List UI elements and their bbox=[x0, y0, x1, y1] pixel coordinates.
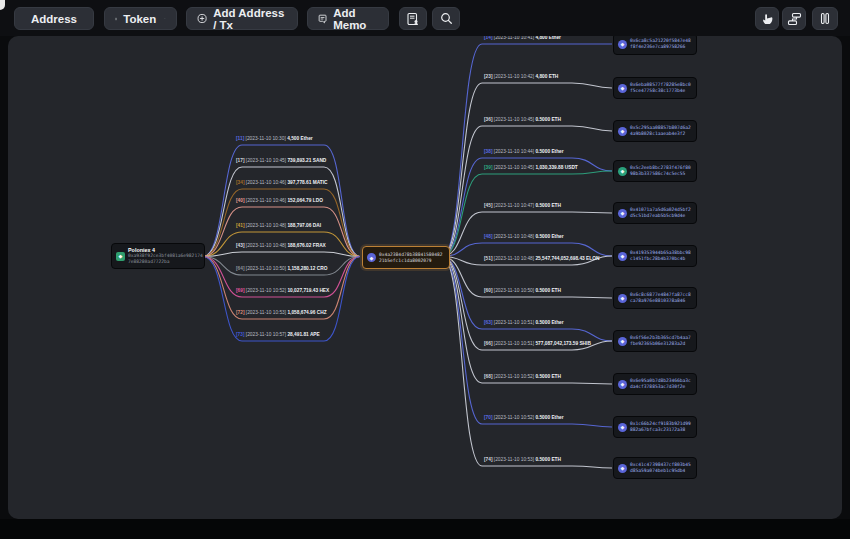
edge-label[interactable]: [73] [2023-11-10 10:57] 28,491.81 APE bbox=[236, 333, 320, 338]
edge-label[interactable]: [43] [2023-11-10 10:48] 188,676.02 FRAX bbox=[236, 244, 326, 249]
destination-node-address: 0x6ca8c5a21220f5847e48f8f4e236e7ca897582… bbox=[630, 38, 692, 50]
auto-layout-icon bbox=[787, 12, 802, 26]
toolbar: Address Token Add Address / T bbox=[0, 0, 850, 36]
memo-icon bbox=[318, 13, 327, 25]
destination-node-address: 0x6c8c6877e4847fa87cc8ca78a976e8810378a8… bbox=[630, 292, 692, 304]
bottom-bar bbox=[0, 519, 850, 539]
destination-node-address: 0x6f56e2b3b365cd7b4aa7fbe92365b06e31283a… bbox=[630, 335, 692, 347]
eth-icon: ◆ bbox=[618, 252, 627, 261]
edge-label[interactable]: [51] [2023-11-10 10:48] 25,547,744,052,6… bbox=[484, 257, 599, 262]
edge-label[interactable]: [74] [2023-11-10 10:53] 0.5000 ETH bbox=[484, 458, 561, 463]
address-filter-button[interactable]: Address bbox=[14, 7, 94, 30]
edge-label[interactable]: [72] [2023-11-10 10:53] 1,058,674.96 CHZ bbox=[236, 311, 327, 316]
hand-icon bbox=[761, 12, 774, 25]
destination-node-address: 0x5c2eeb8bc2783f476f8098b3b337586c74c5ec… bbox=[630, 165, 692, 177]
eth-icon: ◆ bbox=[618, 294, 627, 303]
edge-label[interactable]: [40] [2023-11-10 10:46] 152,064.79 LDO bbox=[236, 199, 323, 204]
chevron-down-icon bbox=[164, 14, 166, 23]
exchange-icon: ◆ bbox=[116, 252, 125, 261]
edge-label[interactable]: [23] [2023-11-10 10:42] 4,800 ETH bbox=[484, 75, 558, 80]
eth-icon: ◆ bbox=[618, 337, 627, 346]
edge-label[interactable]: [64] [2023-11-10 10:50] 1,158,280.12 CRO bbox=[236, 267, 327, 272]
eth-icon: ◆ bbox=[618, 209, 627, 218]
eth-icon: ◆ bbox=[618, 167, 627, 176]
edge-label[interactable]: [41] [2023-11-10 10:48] 188,797.06 DAI bbox=[236, 224, 321, 229]
graph-node-destination[interactable]: ◆0x6e95a0b7d8b23466ba3cda4cf378853ac7d30… bbox=[613, 373, 697, 395]
edge-label[interactable]: [69] [2023-11-10 10:52] 10,027,719.43 HE… bbox=[236, 289, 329, 294]
edge-label[interactable]: [60] [2023-11-10 10:50] 0.5000 ETH bbox=[484, 289, 561, 294]
center-node-address: 0x4a2384d78b3884158048221b5efc1c1da80020… bbox=[379, 252, 445, 264]
grid-icon bbox=[115, 13, 117, 25]
transfer-edge[interactable] bbox=[203, 252, 360, 257]
transfer-edge[interactable] bbox=[442, 257, 612, 351]
app-window: Address Token Add Address / T bbox=[0, 0, 850, 539]
pause-layout-button[interactable] bbox=[812, 7, 838, 30]
address-report-icon bbox=[406, 12, 420, 26]
edge-label[interactable]: [66] [2023-11-10 10:51] 577,087,042,173.… bbox=[484, 342, 591, 347]
graph-node-destination[interactable]: ◆0x6eba08577f78285e8bc0f5ce47758c38c1773… bbox=[613, 77, 697, 99]
graph-node-destination[interactable]: ◆0x6ca8c5a21220f5847e48f8f4e236e7ca89758… bbox=[613, 36, 697, 55]
edge-label[interactable]: [70] [2023-11-10 10:52] 0.5000 Ether bbox=[484, 416, 564, 421]
edge-layer bbox=[8, 36, 842, 519]
eth-icon: ◆ bbox=[618, 380, 627, 389]
edge-label[interactable]: [45] [2023-11-10 10:47] 0.5000 ETH bbox=[484, 204, 561, 209]
edge-label[interactable]: [14] [2023-11-10 10:41] 4,800 Ether bbox=[484, 36, 561, 41]
edge-label[interactable]: [63] [2023-11-10 10:51] 0.5000 Ether bbox=[484, 321, 564, 326]
window-corner-artifact bbox=[0, 0, 5, 10]
add-memo-label: Add Memo bbox=[333, 7, 378, 31]
address-filter-label: Address bbox=[31, 13, 77, 25]
graph-node-destination[interactable]: ◆0xc41c47398437cf803b45d85a59a074beb1c95… bbox=[613, 457, 697, 479]
graph-node-destination[interactable]: ◆0x5c2eeb8bc2783f476f8098b3b337586c74c5e… bbox=[613, 160, 697, 182]
graph-node-destination[interactable]: ◆0x6c8c6877e4847fa87cc8ca78a976e8810378a… bbox=[613, 287, 697, 309]
edge-label[interactable]: [11] [2023-11-10 10:30] 4,500 Ether bbox=[236, 137, 313, 142]
add-memo-button[interactable]: Add Memo bbox=[307, 7, 389, 30]
destination-node-address: 0x5c295aa08857b807d6a24a9b8028c1aaeab4e3… bbox=[630, 125, 692, 137]
graph-canvas[interactable]: [11] [2023-11-10 10:30] 4,500 Ether[17] … bbox=[8, 36, 842, 519]
graph-node-destination[interactable]: ◆0x6f56e2b3b365cd7b4aa7fbe92365b06e31283… bbox=[613, 330, 697, 352]
eth-icon: ◆ bbox=[618, 423, 627, 432]
graph-node-poloniex[interactable]: ◆ Poloniex 4 0xa938f92ce3bf4081a6e982174… bbox=[111, 243, 205, 269]
edge-label[interactable]: [17] [2023-11-10 10:45] 739,893.21 SAND bbox=[236, 159, 326, 164]
graph-node-destination[interactable]: ◆0x1c66b24cf9183b921d99882a67bfca3c23172… bbox=[613, 416, 697, 438]
token-filter-button[interactable]: Token bbox=[104, 7, 177, 30]
edge-label[interactable]: [68] [2023-11-10 10:52] 0.5000 ETH bbox=[484, 375, 561, 380]
edge-label[interactable]: [38] [2023-11-10 10:44] 0.5000 Ether bbox=[484, 150, 564, 155]
destination-node-address: 0x6eba08577f78285e8bc0f5ce47758c38c1773b… bbox=[630, 82, 692, 94]
transfer-edge[interactable] bbox=[442, 171, 612, 257]
edge-label[interactable]: [34] [2023-11-10 10:46] 397,778.61 MATIC bbox=[236, 181, 328, 186]
destination-node-address: 0xc41c47398437cf803b45d85a59a074beb1c95d… bbox=[630, 462, 692, 474]
edge-label[interactable]: [39] [2023-11-10 10:45] 1,030,339.88 USD… bbox=[484, 166, 578, 171]
graph-node-destination[interactable]: ◆0x419353944b65a38bbc98c1451fbc28b4b370b… bbox=[613, 245, 697, 267]
edge-label[interactable]: [36] [2023-11-10 10:45] 0.5000 ETH bbox=[484, 118, 561, 123]
eth-icon: ◆ bbox=[618, 464, 627, 473]
token-filter-label: Token bbox=[123, 13, 156, 25]
add-address-tx-button[interactable]: Add Address / Tx bbox=[186, 7, 298, 30]
graph-node-center-selected[interactable]: ◆ 0x4a2384d78b3884158048221b5efc1c1da800… bbox=[362, 246, 450, 269]
pan-tool-button[interactable] bbox=[755, 7, 779, 30]
graph-node-destination[interactable]: ◆0x5c295aa08857b807d6a24a9b8028c1aaeab4e… bbox=[613, 120, 697, 142]
pause-icon bbox=[819, 12, 831, 25]
add-address-tx-label: Add Address / Tx bbox=[213, 7, 287, 31]
search-button[interactable] bbox=[432, 7, 460, 30]
destination-node-address: 0x41071a7a5d6a024d5bf2d5c51bd7eab5b5cb9d… bbox=[630, 207, 692, 219]
transfer-edge[interactable] bbox=[442, 243, 612, 257]
graph-node-destination[interactable]: ◆0x41071a7a5d6a024d5bf2d5c51bd7eab5b5cb9… bbox=[613, 202, 697, 224]
destination-node-address: 0x419353944b65a38bbc98c1451fbc28b4b370bc… bbox=[630, 250, 692, 262]
destination-node-address: 0x1c66b24cf9183b921d99882a67bfca3c23172a… bbox=[630, 421, 692, 433]
eth-icon: ◆ bbox=[618, 84, 627, 93]
eth-icon: ◆ bbox=[618, 127, 627, 136]
eth-icon: ◆ bbox=[367, 253, 376, 262]
edge-label[interactable]: [48] [2023-11-10 10:48] 0.5000 Ether bbox=[484, 235, 564, 240]
plus-circle-icon bbox=[197, 12, 207, 25]
address-report-button[interactable] bbox=[399, 7, 427, 30]
search-icon bbox=[440, 12, 453, 25]
auto-layout-button[interactable] bbox=[782, 7, 806, 30]
destination-node-address: 0x6e95a0b7d8b23466ba3cda4cf378853ac7d30f… bbox=[630, 378, 692, 390]
eth-icon: ◆ bbox=[618, 40, 627, 49]
source-node-address: 0xa938f92ce3bf4081a6e9821747e88280ad7722… bbox=[128, 253, 204, 265]
